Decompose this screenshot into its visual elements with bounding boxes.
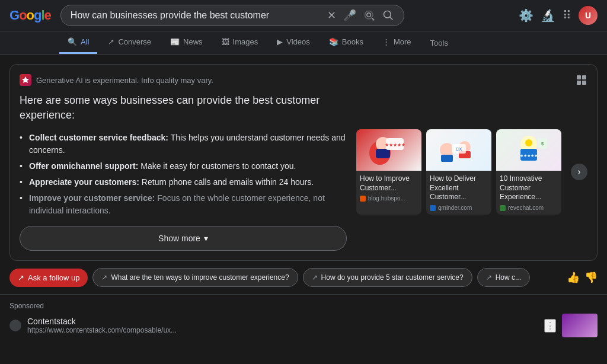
sponsored-name: Contentstack	[27, 317, 538, 326]
svg-point-24	[525, 139, 532, 146]
ai-header: Generative AI is experimental. Info qual…	[20, 74, 587, 86]
svg-text:★★★★★: ★★★★★	[520, 154, 538, 158]
ai-answer-section: Generative AI is experimental. Info qual…	[9, 64, 598, 261]
images-icon: 🖼	[222, 37, 229, 46]
tab-images[interactable]: 🖼 Images	[213, 31, 267, 54]
svg-text:$: $	[541, 141, 544, 146]
tab-news[interactable]: 📰 News	[162, 31, 211, 54]
ai-warning-text: Generative AI is experimental. Info qual…	[36, 76, 213, 85]
search-input[interactable]	[71, 10, 327, 21]
card-source: qminder.com	[430, 205, 488, 211]
header: Google ✕ 🎤 ⚙️ 🔬 ⠿ U	[0, 0, 607, 31]
sponsored-favicon	[9, 320, 21, 331]
list-item: Improve your customer service: Focus on …	[20, 190, 347, 219]
svg-rect-7	[582, 75, 586, 79]
chip-arrow-icon: ↗	[312, 273, 318, 282]
settings-icon[interactable]: ⚙️	[519, 8, 533, 23]
result-card[interactable]: ★★★★★ $ 10 Innovative Customer Experienc…	[496, 129, 561, 215]
sponsored-url: https://www.contentstack.com/composable/…	[27, 326, 538, 334]
nav-tabs: 🔍 All ↗ Converse 📰 News 🖼 Images ▶ Video…	[0, 31, 607, 55]
svg-text:CX: CX	[455, 146, 462, 152]
card-favicon	[360, 196, 366, 202]
tab-videos-label: Videos	[286, 37, 310, 46]
sponsored-label: Sponsored	[9, 302, 598, 310]
thumbs-down-button[interactable]: 👎	[584, 271, 598, 284]
svg-rect-8	[577, 81, 581, 85]
list-item-text: Make it easy for customers to contact yo…	[140, 161, 296, 171]
ai-text-section: Here are some ways businesses can provid…	[20, 93, 347, 251]
apps-icon[interactable]: ⠿	[563, 8, 571, 23]
clear-icon[interactable]: ✕	[327, 9, 336, 22]
svg-point-0	[367, 13, 371, 17]
followup-section: ↗ Ask a follow up ↗ What are the ten way…	[9, 268, 598, 287]
card-title: How to Deliver Excellent Customer...	[430, 174, 488, 202]
labs-icon[interactable]: 🔬	[541, 8, 555, 23]
tab-converse[interactable]: ↗ Converse	[100, 31, 159, 54]
layout-toggle-button[interactable]	[576, 74, 587, 89]
show-more-button[interactable]: Show more ▾	[20, 226, 347, 251]
ai-list: Collect customer service feedback: This …	[20, 130, 347, 219]
card-favicon	[430, 205, 436, 211]
ai-title: Here are some ways businesses can provid…	[20, 93, 347, 123]
svg-rect-12	[376, 149, 390, 158]
avatar[interactable]: U	[579, 6, 598, 25]
card-thumbnail: CX	[426, 129, 491, 171]
card-title: How to Improve Customer...	[360, 174, 418, 193]
svg-marker-5	[22, 76, 29, 83]
cards-scroll: ★★★★★ How to Improve Customer... blog.hu…	[356, 129, 568, 215]
card-body: 10 Innovative Customer Experience... rev…	[496, 171, 561, 215]
tab-all-label: All	[81, 37, 89, 46]
result-card[interactable]: ★★★★★ How to Improve Customer... blog.hu…	[356, 129, 421, 215]
followup-chip[interactable]: ↗ What are the ten ways to improve custo…	[92, 268, 298, 287]
chip-arrow-icon: ↗	[101, 273, 107, 282]
sponsored-options-button[interactable]: ⋮	[544, 319, 556, 333]
google-logo: Google	[9, 8, 51, 23]
chip-label: What are the ten ways to improve custome…	[111, 273, 289, 282]
list-item-keyword: Improve your customer service:	[29, 193, 155, 203]
followup-chip[interactable]: ↗ How c...	[477, 268, 530, 287]
ai-icon	[20, 74, 31, 86]
ask-followup-button[interactable]: ↗ Ask a follow up	[9, 269, 88, 287]
svg-rect-17	[441, 155, 453, 162]
sponsored-thumbnail	[562, 314, 598, 337]
thumbs-up-button[interactable]: 👍	[567, 271, 580, 284]
sponsored-info: Contentstack https://www.contentstack.co…	[27, 317, 538, 334]
card-body: How to Deliver Excellent Customer... qmi…	[426, 171, 491, 215]
card-source: revechat.com	[500, 205, 558, 211]
list-item: Collect customer service feedback: This …	[20, 130, 347, 158]
lens-icon[interactable]	[363, 9, 375, 21]
list-item-keyword: Offer omnichannel support:	[29, 161, 138, 171]
chip-label: How do you provide 5 star customer servi…	[321, 273, 464, 282]
card-url: blog.hubspo...	[368, 195, 405, 202]
list-item: Offer omnichannel support: Make it easy …	[20, 158, 347, 174]
sponsored-item[interactable]: Contentstack https://www.contentstack.co…	[9, 314, 598, 337]
ai-content: Here are some ways businesses can provid…	[20, 93, 587, 251]
svg-point-3	[384, 11, 391, 18]
tab-books[interactable]: 📚 Books	[321, 31, 372, 54]
followup-chip[interactable]: ↗ How do you provide 5 star customer ser…	[303, 268, 472, 287]
videos-icon: ▶	[277, 37, 283, 46]
followup-arrow-icon: ↗	[18, 273, 24, 282]
main-content: Generative AI is experimental. Info qual…	[0, 55, 607, 364]
tab-more[interactable]: ⋮ More	[374, 31, 420, 54]
more-icon: ⋮	[382, 37, 390, 46]
header-right: ⚙️ 🔬 ⠿ U	[519, 6, 598, 25]
list-item: Appreciate your customers: Return phone …	[20, 174, 347, 190]
svg-line-2	[372, 18, 374, 20]
svg-text:★★★★★: ★★★★★	[385, 142, 405, 148]
cards-next-button[interactable]: ›	[571, 164, 587, 180]
card-url: qminder.com	[438, 205, 472, 211]
tab-tools[interactable]: Tools	[422, 33, 456, 53]
cards-container: ★★★★★ How to Improve Customer... blog.hu…	[356, 93, 587, 251]
search-bar[interactable]: ✕ 🎤	[60, 5, 404, 26]
result-card[interactable]: CX How to Deliver Excellent Customer... …	[426, 129, 491, 215]
tab-videos[interactable]: ▶ Videos	[269, 31, 318, 54]
list-item-keyword: Collect customer service feedback:	[29, 133, 168, 142]
search-submit-icon[interactable]	[382, 9, 394, 21]
svg-rect-6	[577, 75, 581, 79]
list-item-keyword: Appreciate your customers:	[29, 177, 139, 187]
mic-icon[interactable]: 🎤	[343, 9, 356, 22]
card-body: How to Improve Customer... blog.hubspo..…	[356, 171, 421, 205]
tab-all[interactable]: 🔍 All	[59, 31, 97, 54]
card-favicon	[500, 205, 506, 211]
